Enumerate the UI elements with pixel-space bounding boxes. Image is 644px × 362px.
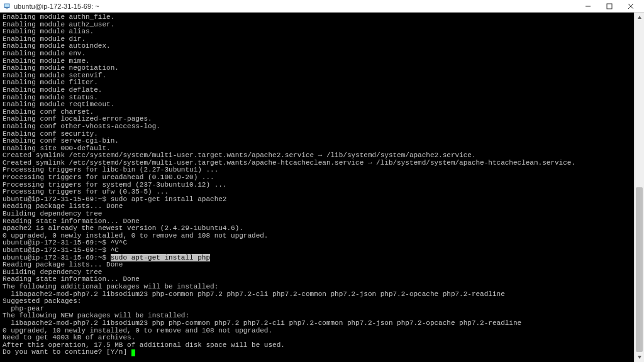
- terminal-line: The following additional packages will b…: [3, 283, 631, 291]
- terminal-line: Need to get 4003 kB of archives.: [3, 334, 631, 342]
- terminal-line: Enabling module authz_user.: [3, 21, 631, 29]
- scrollbar-thumb[interactable]: [636, 187, 643, 352]
- terminal-line: Enabling module autoindex.: [3, 43, 631, 50]
- terminal-line: libapache2-mod-php7.2 libsodium23 php ph…: [3, 320, 631, 327]
- terminal-line: Processing triggers for ureadahead (0.10…: [3, 174, 631, 182]
- svg-rect-2: [6, 8, 8, 9]
- putty-icon: [3, 2, 11, 11]
- terminal-line: Suggested packages:: [3, 298, 631, 305]
- scroll-down-arrow[interactable]: [635, 352, 644, 362]
- window-controls: [577, 0, 641, 13]
- terminal-line: libapache2-mod-php7.2 libsodium23 php-co…: [3, 291, 631, 299]
- scroll-up-arrow[interactable]: [635, 13, 644, 23]
- terminal-line: Enabling module env.: [3, 50, 631, 58]
- svg-rect-1: [5, 4, 9, 6]
- svg-marker-7: [638, 16, 641, 19]
- svg-rect-4: [607, 4, 612, 9]
- window-title-bar: ubuntu@ip-172-31-15-69: ~: [0, 0, 644, 13]
- scrollbar-track[interactable]: [635, 23, 644, 352]
- terminal-cursor: [131, 349, 135, 356]
- terminal-line: Enabling conf serve-cgi-bin.: [3, 138, 631, 145]
- terminal-line: Enabling module reqtimeout.: [3, 101, 631, 109]
- terminal-line: Enabling module deflate.: [3, 87, 631, 94]
- terminal-output[interactable]: Enabling module authn_file.Enabling modu…: [0, 13, 634, 362]
- terminal-line: Building dependency tree: [3, 211, 631, 218]
- svg-marker-8: [638, 356, 641, 359]
- maximize-button[interactable]: [599, 0, 620, 13]
- vertical-scrollbar[interactable]: [634, 13, 644, 362]
- terminal-prompt-line[interactable]: Do you want to continue? [Y/n]: [3, 349, 631, 356]
- terminal-scroll-area: Enabling module authn_file.Enabling modu…: [0, 13, 644, 362]
- terminal-line: Enabling conf other-vhosts-access-log.: [3, 123, 631, 131]
- window-title: ubuntu@ip-172-31-15-69: ~: [14, 3, 577, 10]
- terminal-line: ubuntu@ip-172-31-15-69:~$ ^C: [3, 247, 631, 255]
- minimize-button[interactable]: [577, 0, 599, 13]
- highlighted-command: sudo apt-get install php: [111, 254, 210, 261]
- terminal-line: Enabling module negotiation.: [3, 65, 631, 72]
- terminal-line: Enabling module authn_file.: [3, 14, 631, 21]
- close-button[interactable]: [620, 0, 641, 13]
- terminal-line: Enabling module alias.: [3, 28, 631, 36]
